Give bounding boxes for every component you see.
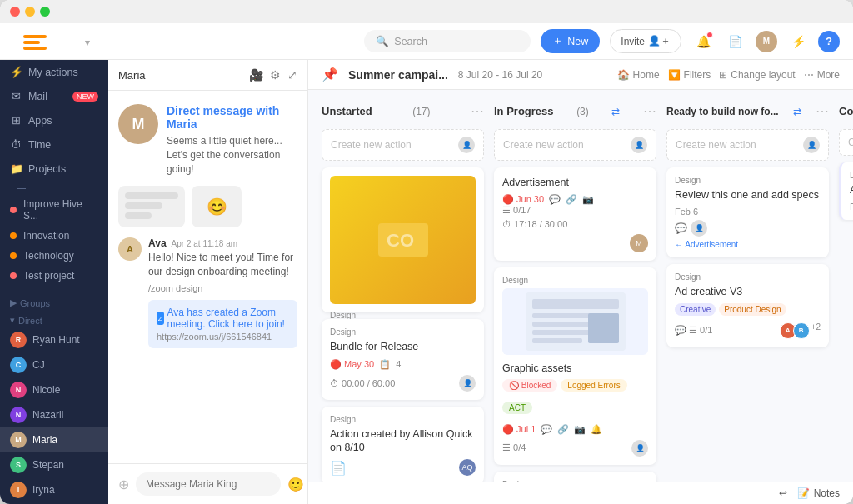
column-completed: Completed ⋯ Create new... Design Ad crea… — [839, 100, 853, 472]
col-menu[interactable]: ⋯ — [643, 103, 656, 119]
task-count: 4 — [396, 359, 401, 369]
chat-header: Maria 🎥 ⚙ ⤢ — [108, 60, 307, 91]
sidebar-label-apps: Apps — [28, 115, 52, 127]
settings-icon[interactable]: ⚙ — [270, 68, 281, 82]
message-content: Ava Apr 2 at 11:18 am Hello! Nice to mee… — [148, 237, 297, 348]
comment-icon: 💬 — [675, 222, 687, 234]
chat-avatar: M — [118, 104, 158, 144]
dm-iryna[interactable]: I Iryna — [0, 477, 108, 502]
sidebar-project-technology[interactable]: Technology — [0, 246, 108, 266]
expand-icon[interactable]: ⤢ — [287, 68, 297, 82]
board-header: 📌 Summer campai... 8 Jul 20 - 16 Jul 20 … — [308, 60, 853, 90]
card-meta: 🔴 Jun 30 💬 🔗 📷 — [502, 194, 648, 205]
card-footer: ☰ 0/4 👤 — [502, 440, 648, 457]
sidebar-item-apps[interactable]: ⊞ Apps — [0, 108, 108, 132]
sidebar-item-my-actions[interactable]: ⚡ My actions — [0, 60, 108, 84]
help-button[interactable]: ? — [818, 31, 840, 52]
card-time-tracking[interactable]: CO Design Time tracking app 🚫 Blocked 🔴 … — [322, 167, 484, 312]
assign-icon: 👤 — [458, 137, 475, 153]
user-avatar-button[interactable]: M — [755, 30, 778, 53]
timer: ⏱ 17:18 / 30:00 — [502, 219, 648, 229]
sidebar-item-mail[interactable]: ✉ Mail NEW — [0, 84, 108, 108]
invite-icon: 👤＋ — [648, 34, 671, 48]
sidebar-item-projects[interactable]: 📁 Projects — [0, 157, 108, 181]
invite-button[interactable]: Invite 👤＋ — [610, 29, 681, 53]
notes-icon: 📝 — [797, 487, 810, 499]
sidebar-direct-section[interactable]: ▾ Direct — [0, 310, 108, 327]
dm-stepan[interactable]: S Stepan — [0, 452, 108, 477]
notes-button[interactable]: 📝 Notes — [797, 487, 840, 499]
create-action-unstarted[interactable]: Create new action 👤 — [322, 129, 484, 161]
plus-icon[interactable]: ⊕ — [118, 477, 129, 492]
pin-icon: 📌 — [322, 67, 338, 82]
create-action-in-progress[interactable]: Create new action 👤 — [494, 129, 656, 161]
avatar: S — [10, 457, 27, 473]
undo-button[interactable]: ↩ — [779, 487, 787, 499]
sidebar-groups-section[interactable]: ▶ Groups — [0, 292, 108, 310]
document-button[interactable]: 📄 — [723, 30, 746, 53]
col-title-ready: Ready to build now fo... — [666, 106, 779, 117]
notes-bar: ↩ 📝 Notes — [308, 482, 853, 504]
col-menu-unstarted[interactable]: ⋯ — [471, 103, 484, 119]
column-ready: Ready to build now fo... ⇄ ⋯ Create new … — [666, 100, 829, 472]
apps-button[interactable]: ⚡ — [786, 30, 810, 53]
svg-rect-8 — [588, 313, 619, 343]
assign-icon: 👤 — [803, 137, 820, 153]
avatar: M — [10, 432, 27, 448]
home-button[interactable]: 🏠 Home — [617, 69, 660, 81]
minimize-button[interactable] — [25, 7, 35, 17]
column-in-progress: In Progress (3) ⇄ ⋯ Create new action 👤 … — [494, 100, 656, 472]
create-action-completed[interactable]: Create new... — [839, 129, 853, 156]
col-menu[interactable]: ⋯ — [816, 103, 829, 119]
card-banner-ad[interactable]: Design Banner ad creative May 18 — [494, 472, 656, 482]
video-icon[interactable]: 🎥 — [249, 68, 263, 82]
card-ad-creative-v3[interactable]: Design Ad creative V3 Creative Product D… — [666, 264, 829, 347]
board-columns: Unstarted (17) ⋯ Create new action 👤 — [308, 90, 853, 482]
filters-button[interactable]: 🔽 Filters — [668, 69, 711, 81]
sidebar-project-test[interactable]: Test project — [0, 266, 108, 286]
dm-ryan-hunt[interactable]: R Ryan Hunt — [0, 327, 108, 352]
avatar: R — [10, 332, 27, 348]
sidebar-item-time[interactable]: ⏱ Time — [0, 132, 108, 157]
card-label: Design — [850, 171, 853, 180]
maximize-button[interactable] — [40, 7, 50, 17]
card-allison-action[interactable]: Design Action created by Allison Quick o… — [322, 407, 484, 482]
meta-icon: 📋 — [379, 359, 391, 370]
dm-maria[interactable]: M Maria — [0, 427, 108, 452]
message-avatar: A — [118, 237, 142, 261]
card-label: Design — [675, 176, 821, 185]
card-title: Bundle for Release — [330, 340, 476, 353]
more-button[interactable]: ⋯ More — [804, 69, 840, 81]
card-title: Graphic assets — [502, 362, 648, 375]
change-layout-button[interactable]: ⊞ Change layout — [719, 69, 795, 81]
sidebar: ⚡ My actions ✉ Mail NEW ⊞ Apps ⏱ Time 📁 … — [0, 60, 108, 504]
zoom-link-card[interactable]: Z Ava has created a Zoom meeting. Click … — [148, 300, 297, 348]
chat-body: M Direct message with Maria Seems a litt… — [108, 91, 307, 463]
card-advertisement[interactable]: Advertisement 🔴 Jun 30 💬 🔗 📷 ☰ 0/17 ⏱ 17… — [494, 167, 656, 261]
card-label: Design — [330, 415, 476, 424]
board-nav: 🏠 Home 🔽 Filters ⊞ Change layout ⋯ More — [617, 69, 840, 81]
doc-icon: 📄 — [330, 460, 347, 476]
notifications-button[interactable]: 🔔 — [691, 30, 715, 53]
close-button[interactable] — [10, 7, 20, 17]
chat-input[interactable] — [136, 472, 281, 496]
create-action-ready[interactable]: Create new action 👤 — [666, 129, 829, 161]
meta-icon: 🔗 — [557, 424, 569, 435]
emoji-icon[interactable]: 🙂 — [287, 477, 304, 492]
card-bundle-release[interactable]: Design Bundle for Release 🔴 May 30 📋 4 ⏱… — [322, 319, 484, 399]
chat-input-area: ⊕ 🙂 — [108, 463, 307, 504]
sidebar-project-improve[interactable]: Improve Hive S... — [0, 194, 108, 226]
search-bar[interactable]: 🔍 Search — [364, 30, 531, 52]
card-meta: 🔴 May 30 📋 4 — [330, 359, 476, 370]
dm-nicole[interactable]: N Nicole — [0, 377, 108, 402]
col-title-in-progress: In Progress — [494, 105, 554, 117]
dm-cj[interactable]: C CJ — [0, 352, 108, 377]
card-graphic-assets[interactable]: Design Graphi — [494, 267, 656, 464]
card-ad-creative[interactable]: Design Ad creative ... Feb 6 — [839, 162, 853, 220]
avatar: B — [793, 322, 810, 339]
card-review-specs[interactable]: Design Review this one and add specs Feb… — [666, 167, 829, 257]
sidebar-project-innovation[interactable]: Innovation — [0, 226, 108, 246]
dm-nazarii[interactable]: N Nazarii — [0, 402, 108, 427]
new-button[interactable]: ＋ New — [541, 29, 600, 53]
svg-rect-3 — [532, 299, 619, 309]
